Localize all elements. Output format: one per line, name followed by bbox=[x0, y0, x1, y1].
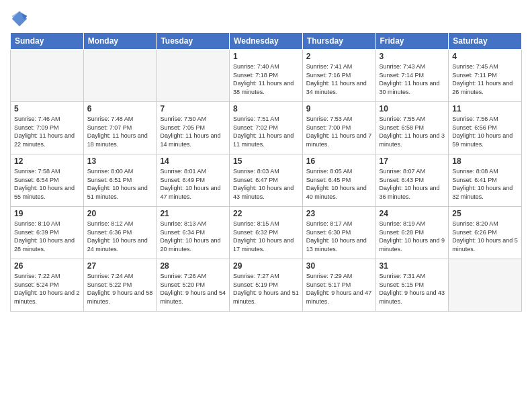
day-info: Sunrise: 8:00 AMSunset: 6:51 PMDaylight:… bbox=[87, 167, 153, 201]
day-info: Sunrise: 8:20 AMSunset: 6:26 PMDaylight:… bbox=[452, 220, 518, 253]
calendar-day-cell: 24Sunrise: 8:19 AMSunset: 6:28 PMDayligh… bbox=[375, 207, 449, 259]
day-number: 2 bbox=[306, 52, 372, 61]
day-number: 13 bbox=[87, 156, 153, 166]
page-header bbox=[10, 7, 522, 28]
calendar-day-cell: 13Sunrise: 8:00 AMSunset: 6:51 PMDayligh… bbox=[83, 154, 157, 207]
day-info: Sunrise: 8:10 AMSunset: 6:39 PMDaylight:… bbox=[14, 220, 80, 253]
calendar-day-cell: 26Sunrise: 7:22 AMSunset: 5:24 PMDayligh… bbox=[11, 259, 84, 312]
calendar-week-row: 26Sunrise: 7:22 AMSunset: 5:24 PMDayligh… bbox=[11, 259, 522, 312]
calendar-day-cell: 14Sunrise: 8:01 AMSunset: 6:49 PMDayligh… bbox=[157, 154, 230, 207]
calendar-day-cell: 8Sunrise: 7:51 AMSunset: 7:02 PMDaylight… bbox=[230, 102, 303, 154]
day-info: Sunrise: 7:26 AMSunset: 5:20 PMDaylight:… bbox=[160, 272, 226, 306]
calendar-day-cell: 21Sunrise: 8:13 AMSunset: 6:34 PMDayligh… bbox=[157, 207, 230, 259]
calendar-day-cell: 31Sunrise: 7:31 AMSunset: 5:15 PMDayligh… bbox=[375, 259, 449, 312]
calendar-day-cell: 30Sunrise: 7:29 AMSunset: 5:17 PMDayligh… bbox=[302, 259, 375, 312]
day-info: Sunrise: 8:19 AMSunset: 6:28 PMDaylight:… bbox=[380, 220, 445, 253]
day-number: 1 bbox=[233, 52, 299, 61]
day-info: Sunrise: 7:43 AMSunset: 7:14 PMDaylight:… bbox=[380, 62, 445, 96]
day-info: Sunrise: 8:05 AMSunset: 6:45 PMDaylight:… bbox=[306, 167, 372, 201]
day-info: Sunrise: 7:45 AMSunset: 7:11 PMDaylight:… bbox=[452, 62, 518, 96]
day-number: 31 bbox=[380, 261, 445, 271]
calendar-day-cell: 27Sunrise: 7:24 AMSunset: 5:22 PMDayligh… bbox=[83, 259, 157, 312]
calendar-day-cell: 5Sunrise: 7:46 AMSunset: 7:09 PMDaylight… bbox=[11, 102, 84, 154]
calendar-day-cell: 18Sunrise: 8:08 AMSunset: 6:41 PMDayligh… bbox=[449, 154, 522, 207]
calendar-day-cell: 6Sunrise: 7:48 AMSunset: 7:07 PMDaylight… bbox=[83, 102, 157, 154]
day-number: 24 bbox=[380, 209, 445, 218]
day-number: 28 bbox=[160, 261, 226, 271]
day-info: Sunrise: 8:08 AMSunset: 6:41 PMDaylight:… bbox=[452, 167, 518, 201]
day-info: Sunrise: 7:50 AMSunset: 7:05 PMDaylight:… bbox=[160, 115, 226, 148]
calendar-day-cell bbox=[157, 50, 230, 102]
calendar-day-cell bbox=[11, 50, 84, 102]
calendar-day-cell: 23Sunrise: 8:17 AMSunset: 6:30 PMDayligh… bbox=[302, 207, 375, 259]
day-number: 27 bbox=[87, 261, 153, 271]
weekday-header-wednesday: Wednesday bbox=[230, 33, 303, 50]
calendar-day-cell: 29Sunrise: 7:27 AMSunset: 5:19 PMDayligh… bbox=[230, 259, 303, 312]
calendar-day-cell: 22Sunrise: 8:15 AMSunset: 6:32 PMDayligh… bbox=[230, 207, 303, 259]
day-number: 10 bbox=[380, 104, 445, 113]
weekday-header-thursday: Thursday bbox=[302, 33, 375, 50]
calendar-day-cell: 17Sunrise: 8:07 AMSunset: 6:43 PMDayligh… bbox=[375, 154, 449, 207]
day-info: Sunrise: 8:13 AMSunset: 6:34 PMDaylight:… bbox=[160, 220, 226, 253]
day-info: Sunrise: 7:40 AMSunset: 7:18 PMDaylight:… bbox=[233, 62, 299, 96]
calendar-day-cell: 3Sunrise: 7:43 AMSunset: 7:14 PMDaylight… bbox=[375, 50, 449, 102]
day-number: 29 bbox=[233, 261, 299, 271]
weekday-header-monday: Monday bbox=[83, 33, 157, 50]
day-number: 6 bbox=[87, 104, 153, 113]
calendar-day-cell: 4Sunrise: 7:45 AMSunset: 7:11 PMDaylight… bbox=[449, 50, 522, 102]
day-number: 26 bbox=[14, 261, 80, 271]
weekday-header-tuesday: Tuesday bbox=[157, 33, 230, 50]
calendar-day-cell: 12Sunrise: 7:58 AMSunset: 6:54 PMDayligh… bbox=[11, 154, 84, 207]
calendar-table: SundayMondayTuesdayWednesdayThursdayFrid… bbox=[10, 32, 522, 312]
day-number: 16 bbox=[306, 156, 372, 166]
calendar-day-cell: 19Sunrise: 8:10 AMSunset: 6:39 PMDayligh… bbox=[11, 207, 84, 259]
calendar-day-cell: 16Sunrise: 8:05 AMSunset: 6:45 PMDayligh… bbox=[302, 154, 375, 207]
day-number: 15 bbox=[233, 156, 299, 166]
day-info: Sunrise: 7:58 AMSunset: 6:54 PMDaylight:… bbox=[14, 167, 80, 201]
day-info: Sunrise: 7:51 AMSunset: 7:02 PMDaylight:… bbox=[233, 115, 299, 148]
day-info: Sunrise: 8:12 AMSunset: 6:36 PMDaylight:… bbox=[87, 220, 153, 253]
day-number: 25 bbox=[452, 209, 518, 218]
day-info: Sunrise: 7:46 AMSunset: 7:09 PMDaylight:… bbox=[14, 115, 80, 148]
day-info: Sunrise: 8:17 AMSunset: 6:30 PMDaylight:… bbox=[306, 220, 372, 253]
day-number: 18 bbox=[452, 156, 518, 166]
day-number: 23 bbox=[306, 209, 372, 218]
day-info: Sunrise: 8:07 AMSunset: 6:43 PMDaylight:… bbox=[380, 167, 445, 201]
day-number: 30 bbox=[306, 261, 372, 271]
weekday-header-sunday: Sunday bbox=[11, 33, 84, 50]
calendar-day-cell: 2Sunrise: 7:41 AMSunset: 7:16 PMDaylight… bbox=[302, 50, 375, 102]
calendar-week-row: 5Sunrise: 7:46 AMSunset: 7:09 PMDaylight… bbox=[11, 102, 522, 154]
day-number: 12 bbox=[14, 156, 80, 166]
calendar-day-cell: 1Sunrise: 7:40 AMSunset: 7:18 PMDaylight… bbox=[230, 50, 303, 102]
calendar-day-cell: 9Sunrise: 7:53 AMSunset: 7:00 PMDaylight… bbox=[302, 102, 375, 154]
page-container: SundayMondayTuesdayWednesdayThursdayFrid… bbox=[0, 0, 532, 315]
day-info: Sunrise: 7:24 AMSunset: 5:22 PMDaylight:… bbox=[87, 272, 153, 306]
day-info: Sunrise: 8:15 AMSunset: 6:32 PMDaylight:… bbox=[233, 220, 299, 253]
day-info: Sunrise: 7:48 AMSunset: 7:07 PMDaylight:… bbox=[87, 115, 153, 148]
calendar-week-row: 19Sunrise: 8:10 AMSunset: 6:39 PMDayligh… bbox=[11, 207, 522, 259]
day-info: Sunrise: 8:01 AMSunset: 6:49 PMDaylight:… bbox=[160, 167, 226, 201]
calendar-week-row: 1Sunrise: 7:40 AMSunset: 7:18 PMDaylight… bbox=[11, 50, 522, 102]
calendar-day-cell: 15Sunrise: 8:03 AMSunset: 6:47 PMDayligh… bbox=[230, 154, 303, 207]
day-info: Sunrise: 7:41 AMSunset: 7:16 PMDaylight:… bbox=[306, 62, 372, 96]
calendar-day-cell: 10Sunrise: 7:55 AMSunset: 6:58 PMDayligh… bbox=[375, 102, 449, 154]
day-number: 20 bbox=[87, 209, 153, 218]
calendar-day-cell: 11Sunrise: 7:56 AMSunset: 6:56 PMDayligh… bbox=[449, 102, 522, 154]
weekday-header-row: SundayMondayTuesdayWednesdayThursdayFrid… bbox=[11, 33, 522, 50]
day-number: 17 bbox=[380, 156, 445, 166]
calendar-day-cell: 25Sunrise: 8:20 AMSunset: 6:26 PMDayligh… bbox=[449, 207, 522, 259]
day-number: 8 bbox=[233, 104, 299, 113]
day-info: Sunrise: 7:29 AMSunset: 5:17 PMDaylight:… bbox=[306, 272, 372, 306]
calendar-week-row: 12Sunrise: 7:58 AMSunset: 6:54 PMDayligh… bbox=[11, 154, 522, 207]
day-number: 14 bbox=[160, 156, 226, 166]
day-info: Sunrise: 7:56 AMSunset: 6:56 PMDaylight:… bbox=[452, 115, 518, 148]
calendar-day-cell: 20Sunrise: 8:12 AMSunset: 6:36 PMDayligh… bbox=[83, 207, 157, 259]
day-info: Sunrise: 7:53 AMSunset: 7:00 PMDaylight:… bbox=[306, 115, 372, 148]
logo-icon bbox=[10, 9, 29, 28]
day-number: 5 bbox=[14, 104, 80, 113]
day-number: 19 bbox=[14, 209, 80, 218]
day-info: Sunrise: 7:27 AMSunset: 5:19 PMDaylight:… bbox=[233, 272, 299, 306]
weekday-header-saturday: Saturday bbox=[449, 33, 522, 50]
day-info: Sunrise: 7:22 AMSunset: 5:24 PMDaylight:… bbox=[14, 272, 80, 306]
calendar-day-cell: 7Sunrise: 7:50 AMSunset: 7:05 PMDaylight… bbox=[157, 102, 230, 154]
